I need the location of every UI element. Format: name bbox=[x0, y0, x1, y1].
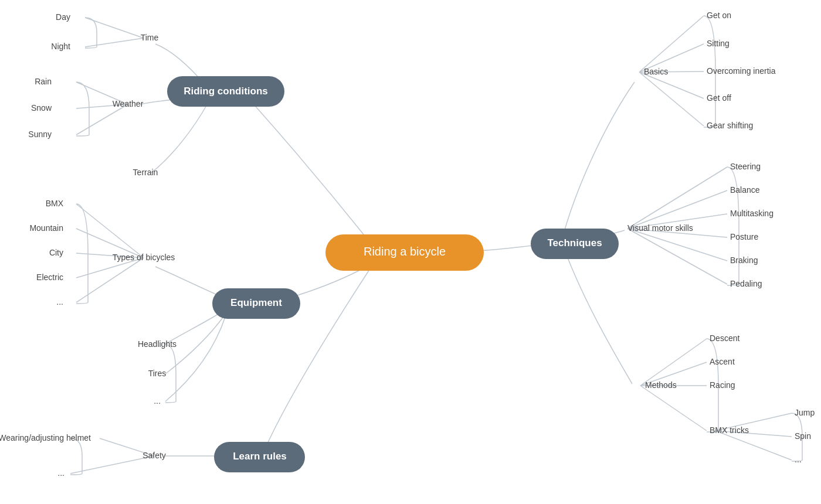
label-city: City bbox=[49, 248, 63, 257]
label-wearing-helmet: Wearing/adjusting helmet bbox=[0, 433, 91, 442]
label-mountain: Mountain bbox=[29, 223, 63, 233]
label-tires: Tires bbox=[148, 369, 167, 378]
label-posture: Posture bbox=[730, 232, 758, 241]
label-terrain: Terrain bbox=[133, 168, 158, 177]
label-racing: Racing bbox=[710, 380, 735, 390]
label-electric: Electric bbox=[36, 273, 63, 282]
label-basics: Basics bbox=[644, 67, 668, 76]
label-equipment-more: ... bbox=[154, 396, 161, 406]
label-get-on: Get on bbox=[707, 11, 731, 20]
label-snow: Snow bbox=[31, 103, 52, 113]
label-gear-shifting: Gear shifting bbox=[707, 121, 753, 130]
label-jump: Jump bbox=[795, 408, 815, 417]
label-types-more: ... bbox=[56, 297, 63, 307]
riding-conditions-label: Riding conditions bbox=[184, 86, 268, 97]
label-headlights: Headlights bbox=[138, 339, 177, 349]
label-day: Day bbox=[56, 12, 70, 22]
label-weather: Weather bbox=[113, 99, 144, 108]
label-visual-motor-skills: Visual motor skills bbox=[627, 223, 693, 233]
techniques-label: Techniques bbox=[547, 237, 602, 248]
label-sunny: Sunny bbox=[28, 130, 52, 139]
label-braking: Braking bbox=[730, 256, 758, 265]
svg-line-3 bbox=[70, 456, 154, 474]
label-methods: Methods bbox=[645, 380, 677, 390]
equipment-label: Equipment bbox=[230, 297, 282, 308]
label-get-off: Get off bbox=[707, 93, 731, 103]
label-sitting: Sitting bbox=[707, 39, 730, 48]
label-safety: Safety bbox=[143, 451, 166, 460]
label-steering: Steering bbox=[730, 162, 761, 171]
label-overcoming-inertia: Overcoming inertia bbox=[707, 66, 776, 76]
learn-rules-label: Learn rules bbox=[233, 451, 287, 462]
label-tricks-more: ... bbox=[795, 455, 802, 464]
mindmap-canvas: Riding a bicycle Riding conditions Equip… bbox=[0, 0, 821, 504]
label-night: Night bbox=[51, 42, 70, 51]
center-label: Riding a bicycle bbox=[364, 245, 446, 258]
label-ascent: Ascent bbox=[710, 357, 735, 366]
label-spin: Spin bbox=[795, 431, 811, 441]
label-rain: Rain bbox=[35, 77, 52, 86]
label-multitasking: Multitasking bbox=[730, 209, 773, 218]
label-pedaling: Pedaling bbox=[730, 279, 762, 288]
label-bmx-tricks: BMX tricks bbox=[710, 425, 749, 435]
label-types-of-bicycles: Types of bicycles bbox=[113, 253, 175, 262]
label-balance: Balance bbox=[730, 185, 760, 195]
label-time: Time bbox=[141, 33, 159, 42]
label-bmx: BMX bbox=[46, 199, 64, 208]
svg-line-1 bbox=[85, 38, 144, 47]
label-descent: Descent bbox=[710, 333, 739, 343]
label-safety-more: ... bbox=[57, 468, 65, 478]
